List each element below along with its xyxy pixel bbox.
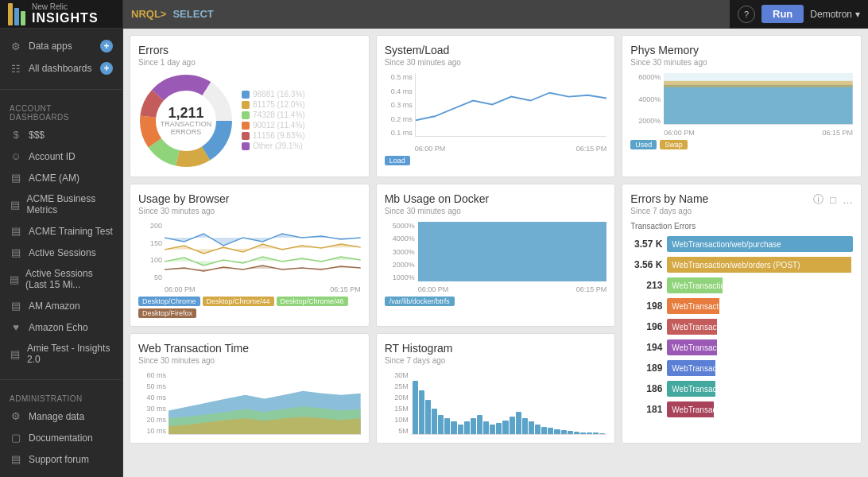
- error-bar-bg: WebTransaction/web/orders (POST): [667, 257, 853, 273]
- run-button[interactable]: Run: [761, 5, 804, 23]
- sidebar-item-amie-test[interactable]: ▤ Amie Test - Insights 2.0: [0, 338, 122, 370]
- logo: New Relic INSIGHTS: [0, 0, 123, 28]
- yaxis-label: 0.2 ms: [385, 115, 413, 123]
- error-bar-fill: WebTransaction/web/purchase: [667, 236, 853, 252]
- browser-tag-item: Desktop/Firefox: [138, 308, 196, 318]
- yaxis-label: 2000%: [385, 261, 415, 269]
- rt-yaxis: 30M25M20M15M10M5M: [385, 371, 409, 435]
- error-bar-bg: WebTransaction/web/admin/reports/yearly_…: [667, 277, 853, 293]
- more-button[interactable]: …: [841, 191, 854, 208]
- legend-item: Other (39.1%): [242, 142, 305, 150]
- error-bar-fill: WebTransaction/web/admin/reports/yearly_…: [667, 277, 723, 293]
- legend-label: 74328 (11.4%): [253, 111, 305, 119]
- sidebar-active-sessions-15-label: Active Sessions (Last 15 Mi...: [25, 268, 113, 290]
- error-count: 3.56 K: [630, 259, 662, 270]
- docker-xaxis: 06:00 PM06:15 PM: [418, 285, 607, 293]
- info-button[interactable]: ⓘ: [812, 191, 825, 208]
- sidebar-item-active-sessions[interactable]: ▤ Active Sessions: [0, 242, 122, 263]
- sidebar-data-apps-label: Data apps: [29, 41, 72, 52]
- sidebar-item-manage-data[interactable]: ⚙ Manage data: [0, 405, 122, 427]
- sidebar-item-account-id[interactable]: ☺ Account ID: [0, 145, 122, 167]
- yaxis-label: 4000%: [630, 95, 661, 103]
- sidebar-all-dashboards-label: All dashboards: [29, 63, 91, 74]
- widget-phys-memory: Phys Memory Since 30 minutes ago 6000%40…: [622, 35, 862, 177]
- sidebar-item-acme-bm[interactable]: ▤ ACME Business Metrics: [0, 188, 122, 220]
- system-load-chart: 0.5 ms0.4 ms0.3 ms0.2 ms0.1 ms 06:00 PM0…: [385, 73, 607, 153]
- sidebar-item-amazon-echo[interactable]: ♥ Amazon Echo: [0, 316, 122, 338]
- rt-bar: [580, 432, 586, 434]
- sidebar-documentation-label: Documentation: [29, 432, 93, 444]
- add-data-apps-button[interactable]: +: [100, 40, 113, 52]
- dashboard-content: Errors Since 1 day ago 1,211 T: [123, 29, 868, 477]
- error-bar-bg: WebTransaction/web/order_status (GET): [667, 298, 853, 314]
- support-forum-icon: ▤: [10, 453, 22, 465]
- sidebar-item-support-forum[interactable]: ▤ Support forum: [0, 448, 122, 470]
- wtt-chart: 60 ms50 ms40 ms30 ms20 ms10 ms: [138, 371, 361, 435]
- system-load-subtitle: Since 30 minutes ago: [385, 58, 607, 67]
- sidebar-item-data-apps[interactable]: ⚙ Data apps +: [0, 35, 122, 57]
- error-count: 196: [630, 321, 662, 332]
- yaxis-label: 1000%: [385, 273, 415, 281]
- rt-bar: [554, 429, 560, 434]
- errors-by-name-title: Errors by Name: [630, 192, 708, 205]
- sidebar-top-section: ⚙ Data apps + ☷ All dashboards +: [0, 29, 122, 86]
- data-apps-icon: ⚙: [10, 41, 22, 52]
- logo-bar-1: [8, 3, 13, 25]
- error-name-row: 198 WebTransaction/web/order_status (GET…: [630, 296, 853, 316]
- acme-tt-icon: ▤: [10, 225, 22, 237]
- rt-bar: [599, 433, 605, 434]
- rt-bar: [561, 430, 567, 434]
- rt-bar: [496, 423, 502, 434]
- acme-bm-icon: ▤: [10, 199, 20, 211]
- usage-browser-title: Usage by Browser: [138, 192, 361, 205]
- system-load-plot: [415, 73, 607, 137]
- sidebar-item-active-sessions-15[interactable]: ▤ Active Sessions (Last 15 Mi...: [0, 263, 122, 295]
- error-name-row: 189 WebTransaction/web/admin/reports/mon…: [630, 358, 853, 378]
- system-load-line: [416, 73, 607, 136]
- sidebar-item-all-dashboards[interactable]: ☷ All dashboards +: [0, 57, 122, 80]
- rt-bar: [413, 381, 418, 434]
- yaxis-label: 2000%: [630, 117, 661, 125]
- browser-tag-item: Desktop/Chrome/46: [277, 297, 348, 306]
- rt-subtitle: Since 7 days ago: [385, 356, 607, 365]
- sidebar-item-am-amazon[interactable]: ▤ AM Amazon: [0, 295, 122, 316]
- system-load-xaxis: 06:00 PM06:15 PM: [415, 145, 607, 153]
- widget-system-load: System/Load Since 30 minutes ago 0.5 ms0…: [376, 35, 616, 177]
- logo-newrelic: New Relic: [32, 2, 99, 11]
- documentation-icon: ▢: [10, 432, 22, 444]
- phys-memory-xaxis: 06:00 PM06:15 PM: [664, 129, 853, 137]
- yaxis-label: 20 ms: [138, 416, 166, 424]
- error-count: 186: [630, 383, 662, 394]
- donut-center: 1,211 TRANSACTION ERRORS: [161, 106, 212, 136]
- errors-by-name-actions: ⓘ □ …: [812, 191, 854, 208]
- legend-color: [242, 111, 250, 119]
- yaxis-label: 3000%: [385, 248, 415, 256]
- sidebar-item-money[interactable]: $ $$$: [0, 124, 122, 145]
- nrql-input[interactable]: [172, 8, 722, 20]
- sidebar-item-documentation[interactable]: ▢ Documentation: [0, 427, 122, 448]
- sidebar-amie-test-label: Amie Test - Insights 2.0: [27, 343, 113, 365]
- svg-rect-9: [418, 222, 607, 281]
- yaxis-label: 10 ms: [138, 427, 166, 435]
- rt-bar: [458, 425, 463, 434]
- add-dashboard-button[interactable]: +: [100, 62, 113, 75]
- errors-donut: 1,211 TRANSACTION ERRORS: [138, 73, 234, 169]
- errors-name-section-label: Transaction Errors: [630, 222, 853, 231]
- widget-rt-histogram: RT Histogram Since 7 days ago 30M25M20M1…: [376, 333, 616, 444]
- account-selector[interactable]: Demotron ▾: [810, 9, 860, 20]
- widget-errors-by-name: Errors by Name Since 7 days ago ⓘ □ … Tr…: [622, 184, 862, 444]
- sidebar-account-section: ACCOUNT DASHBOARDS $ $$$ ☺ Account ID ▤ …: [0, 93, 122, 376]
- legend-item: 90012 (11.4%): [242, 121, 305, 130]
- logo-text-group: New Relic INSIGHTS: [32, 2, 99, 25]
- sidebar-item-acme-am[interactable]: ▤ ACME (AM): [0, 167, 122, 188]
- docker-area: [418, 222, 607, 281]
- wtt-area-chart: [169, 371, 361, 434]
- rt-bar: [516, 412, 521, 434]
- yaxis-label: 20M: [385, 394, 409, 401]
- help-button[interactable]: ?: [738, 6, 755, 23]
- sidebar-item-acme-tt[interactable]: ▤ ACME Training Test: [0, 220, 122, 242]
- expand-button[interactable]: □: [828, 191, 838, 208]
- errors-title: Errors: [138, 44, 361, 56]
- browser-lines: [165, 222, 361, 281]
- yaxis-label: 30M: [385, 371, 409, 379]
